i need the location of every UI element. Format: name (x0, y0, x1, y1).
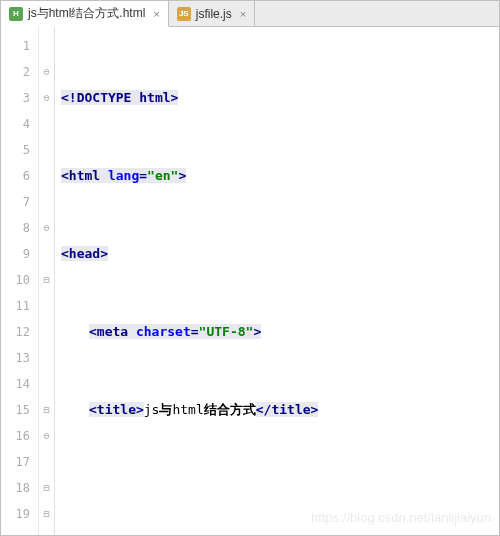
code-line: <title>js与html结合方式</title> (61, 397, 499, 423)
fold-marker[interactable] (39, 293, 54, 319)
line-number: 13 (1, 345, 30, 371)
fold-gutter: ⊖ ⊖ ⊖ ⊟ ⊟ ⊖ ⊟ ⊟ (39, 27, 55, 535)
fold-marker[interactable]: ⊖ (39, 215, 54, 241)
line-number: 3 (1, 85, 30, 111)
line-number: 6 (1, 163, 30, 189)
fold-marker[interactable]: ⊖ (39, 59, 54, 85)
line-number: 16 (1, 423, 30, 449)
line-number: 8 (1, 215, 30, 241)
fold-marker[interactable] (39, 371, 54, 397)
line-number-gutter: 1 2 3 4 5 6 7 8 9 10 11 12 13 14 15 16 1… (1, 27, 39, 535)
code-line: <meta charset="UTF-8"> (61, 319, 499, 345)
line-number: 10 (1, 267, 30, 293)
fold-marker[interactable]: ⊟ (39, 475, 54, 501)
fold-marker[interactable]: ⊖ (39, 85, 54, 111)
line-number: 7 (1, 189, 30, 215)
line-number: 4 (1, 111, 30, 137)
fold-marker[interactable] (39, 449, 54, 475)
close-icon[interactable]: × (240, 8, 246, 20)
fold-marker[interactable] (39, 241, 54, 267)
code-line (61, 475, 499, 501)
line-number: 1 (1, 33, 30, 59)
fold-marker[interactable]: ⊟ (39, 267, 54, 293)
fold-marker[interactable] (39, 163, 54, 189)
line-number: 15 (1, 397, 30, 423)
code-line: <!DOCTYPE html> (61, 85, 499, 111)
code-area[interactable]: <!DOCTYPE html> <html lang="en"> <head> … (55, 27, 499, 535)
line-number: 2 (1, 59, 30, 85)
line-number: 14 (1, 371, 30, 397)
fold-marker[interactable]: ⊖ (39, 423, 54, 449)
fold-marker[interactable] (39, 345, 54, 371)
line-number: 11 (1, 293, 30, 319)
fold-marker[interactable] (39, 137, 54, 163)
tab-html-file[interactable]: H js与html结合方式.html × (1, 1, 169, 27)
fold-marker[interactable] (39, 319, 54, 345)
line-number: 18 (1, 475, 30, 501)
fold-marker[interactable] (39, 111, 54, 137)
close-icon[interactable]: × (153, 8, 159, 20)
watermark: https://blog.csdn.net/lanlijiaiyun (311, 505, 491, 531)
code-line: <html lang="en"> (61, 163, 499, 189)
fold-marker[interactable]: ⊟ (39, 501, 54, 527)
tab-label: js与html结合方式.html (28, 5, 145, 22)
code-editor[interactable]: 1 2 3 4 5 6 7 8 9 10 11 12 13 14 15 16 1… (1, 27, 499, 535)
fold-marker[interactable] (39, 33, 54, 59)
fold-marker[interactable] (39, 189, 54, 215)
js-file-icon: JS (177, 7, 191, 21)
line-number: 12 (1, 319, 30, 345)
tab-label: jsfile.js (196, 7, 232, 21)
code-line: <head> (61, 241, 499, 267)
tab-js-file[interactable]: JS jsfile.js × (169, 1, 255, 26)
line-number: 9 (1, 241, 30, 267)
line-number: 5 (1, 137, 30, 163)
line-number: 19 (1, 501, 30, 527)
tab-bar: H js与html结合方式.html × JS jsfile.js × (1, 1, 499, 27)
html-file-icon: H (9, 7, 23, 21)
fold-marker[interactable]: ⊟ (39, 397, 54, 423)
line-number: 17 (1, 449, 30, 475)
